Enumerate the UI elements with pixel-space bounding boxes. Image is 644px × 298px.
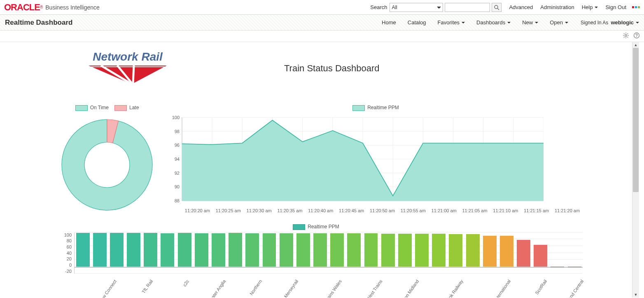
area-x-tick: 11:21:00 am [429,208,460,213]
svg-point-0 [495,5,498,9]
bar-slot [431,232,447,274]
bar-rect [347,233,361,267]
legend-ppm-area: Realtime PPM [352,105,399,111]
scroll-up-arrow[interactable]: ▲ [632,42,639,48]
svg-line-7 [624,33,625,34]
bar-chart: Realtime PPM 100806040200-20 Heathrow Co… [49,224,583,280]
scroll-thumb[interactable] [633,48,639,192]
vertical-scrollbar[interactable]: ▲ ▼ [632,42,639,298]
brand-product: Business Intelligence [45,4,100,11]
area-x-tick: 11:20:25 am [213,208,244,213]
bar-rect [245,233,259,267]
bar-rect [144,233,157,267]
area-x-tick: 11:20:50 am [367,208,398,213]
bar-x-tick: Heathrow Connect [92,275,120,298]
signed-in-label: Signed In As [581,20,608,26]
brand-oracle: ORACLE [4,2,40,13]
nav-home[interactable]: Home [382,19,396,26]
search-input[interactable] [445,3,490,12]
legend-on-time: On Time [75,105,109,111]
bar-slot [142,232,159,274]
bar-slot [464,232,481,274]
bar-rect [313,233,327,267]
bar-slot [126,232,142,274]
nav-new[interactable]: New [522,19,538,26]
network-rail-logo: Network Rail [86,50,169,86]
nav-catalog[interactable]: Catalog [408,19,426,26]
area-x-tick: 11:21:20 am [552,208,583,213]
svg-line-1 [497,8,499,10]
bar-x-tick: South West Trains [358,275,386,298]
search-scope-dropdown[interactable]: All [390,3,443,12]
bar-slot [329,232,345,274]
bar-slot [295,232,311,274]
help-menu[interactable]: Help [582,4,598,10]
bar-slot [380,232,396,274]
area-x-tick: 11:20:40 am [305,208,336,213]
area-x-tick: 11:21:05 am [460,208,490,213]
bar-slot [159,232,176,274]
bar-slot [549,232,566,274]
search-scope-value: All [392,5,397,10]
bar-slot [176,232,193,274]
scroll-down-arrow[interactable]: ▼ [632,292,639,298]
area-x-tick: 11:20:20 am [182,208,213,213]
bar-y-tick: 60 [49,244,72,249]
bar-y-tick: 20 [49,256,72,261]
page-title: Realtime Dashboard [5,19,72,27]
bar-rect [178,233,191,267]
svg-line-10 [627,33,628,34]
bar-rect [466,234,480,267]
help-icon[interactable]: ? [633,32,640,40]
bar-y-tick: 40 [49,251,72,256]
logo-text: Network Rail [93,50,163,63]
bar-slot [448,232,464,274]
svg-text:94: 94 [175,157,180,162]
nav-dashboards[interactable]: Dashboards [476,19,511,26]
bar-slot [397,232,413,274]
bar-rect [415,234,429,267]
bar-slot [261,232,278,274]
bar-x-tick: Northern [240,275,265,298]
bar-y-tick: -20 [49,269,72,274]
bar-slot [515,232,532,274]
bar-rect [534,245,547,267]
bar-rect [195,233,208,267]
bar-slot [278,232,294,274]
svg-text:92: 92 [175,170,180,175]
bar-x-tick: Greater Anglia [204,275,229,298]
brand-registered: ® [40,5,43,9]
bar-slot [210,232,226,274]
nav-favorites[interactable]: Favorites [438,19,465,26]
bar-slot [566,232,583,274]
svg-text:100: 100 [172,115,180,120]
bar-slot [193,232,210,274]
advanced-link[interactable]: Advanced [509,4,533,10]
bar-slot [532,232,549,274]
bar-x-tick: Thameslink Railway [437,275,467,298]
svg-text:90: 90 [175,184,180,189]
bar-rect [432,234,446,267]
search-button[interactable] [492,3,502,12]
bar-rect [110,233,124,267]
bar-rect [229,233,242,267]
bar-x-tick: ScotRail [525,275,550,298]
bar-rect [280,233,293,267]
app-switcher-icon[interactable] [632,6,640,8]
legend-late: Late [114,105,139,111]
bar-slot [363,232,379,274]
bar-rect [330,233,344,267]
signout-link[interactable]: Sign Out [605,4,626,10]
area-x-tick: 11:21:15 am [521,208,552,213]
bar-rect [161,233,174,267]
bar-x-tick: Eurostar International [483,275,514,298]
user-menu[interactable]: weblogic [611,19,639,26]
bar-x-tick: Grand Central [562,275,586,298]
bar-rect [500,236,513,267]
svg-point-2 [625,34,627,36]
bar-rect [381,234,395,267]
administration-link[interactable]: Administration [540,4,574,10]
area-x-tick: 11:20:55 am [398,208,429,213]
gear-icon[interactable] [623,32,629,40]
nav-open[interactable]: Open [550,19,568,26]
